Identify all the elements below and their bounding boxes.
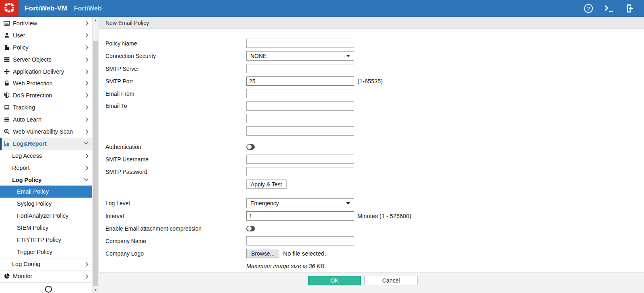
dropdown-caret-icon <box>346 202 350 204</box>
sidebar-item-label: Web Vulnerability Scan <box>13 128 73 135</box>
sidebar-item-monitor[interactable]: Monitor <box>0 270 92 282</box>
cancel-button[interactable]: Cancel <box>364 276 418 285</box>
sidebar-item-server-objects[interactable]: Server Objects <box>0 54 92 66</box>
scroll-up-arrow-icon[interactable]: ▲ <box>93 17 99 23</box>
sidebar-item-label: Auto Learn <box>13 116 41 123</box>
sidebar-item-label: Trigger Policy <box>17 249 52 255</box>
sidebar-item-tracking[interactable]: Tracking <box>0 101 92 113</box>
form-row-smtp-username: SMTP Username <box>99 155 644 164</box>
sidebar-item-label: Log Access <box>12 153 42 159</box>
header-actions: ? <box>584 4 635 13</box>
scroll-down-arrow-icon[interactable]: ▼ <box>93 287 99 293</box>
chevron-right-icon <box>85 129 89 134</box>
fortiview-icon <box>3 20 10 27</box>
smtp-password-input[interactable] <box>246 167 354 176</box>
sidebar-item-web-vulnerability-scan[interactable]: Web Vulnerability Scan <box>0 126 92 138</box>
chevron-right-icon <box>85 154 89 159</box>
sidebar-item-dos-protection[interactable]: DoS Protection <box>0 89 92 101</box>
email-to-input-1[interactable] <box>246 101 354 111</box>
sidebar-item-trigger-policy[interactable]: Trigger Policy <box>0 246 92 258</box>
form-row-connection-security: Connection Security NONE <box>99 51 644 61</box>
suite-title[interactable]: FortiWeb <box>74 5 102 12</box>
sidebar-item-report[interactable]: Report <box>0 162 92 174</box>
sidebar-item-label: SIEM Policy <box>17 225 48 231</box>
sidebar-item-ftp-tftp-policy[interactable]: FTP/TFTP Policy <box>0 234 92 246</box>
chevron-right-icon <box>85 105 89 110</box>
sidebar-item-email-policy[interactable]: Email Policy <box>0 186 92 198</box>
chevron-right-icon <box>85 69 89 74</box>
smtp-port-input[interactable] <box>246 76 354 86</box>
product-title: FortiWeb-VM <box>25 4 68 12</box>
move-arrows-icon <box>3 68 10 75</box>
form-row-logo-hint: Maximum image size is 36 KB. <box>99 261 644 270</box>
form-row-smtp-server: SMTP Server <box>99 64 644 73</box>
sidebar-item-label: Application Delivery <box>13 68 64 75</box>
chevron-right-icon <box>85 45 89 50</box>
log-level-select[interactable]: Emergency <box>246 198 354 208</box>
chevron-right-icon <box>85 33 89 38</box>
smtp-server-input[interactable] <box>246 64 354 73</box>
form-row-smtp-port: SMTP Port (1-65535) <box>99 76 644 86</box>
email-policy-form: Policy Name Connection Security NONE SMT… <box>99 29 644 272</box>
sidebar-item-label: Log&Report <box>13 140 47 147</box>
sidebar-item-log-access[interactable]: Log Access <box>0 150 92 162</box>
compression-toggle[interactable] <box>246 226 255 231</box>
policy-name-input[interactable] <box>246 39 354 48</box>
chevron-right-icon <box>85 117 89 122</box>
sidebar-item-label: FTP/TFTP Policy <box>17 237 61 243</box>
user-icon <box>3 32 10 39</box>
connection-security-select[interactable]: NONE <box>246 51 354 61</box>
sidebar-item-label: Syslog Policy <box>17 200 52 207</box>
email-from-input[interactable] <box>246 89 354 98</box>
company-name-input[interactable] <box>246 236 354 246</box>
interval-input[interactable] <box>246 211 354 221</box>
smtp-port-label: SMTP Port <box>99 78 246 85</box>
logout-icon[interactable] <box>625 4 635 13</box>
email-to-input-3[interactable] <box>246 126 354 136</box>
chevron-down-icon <box>84 178 89 181</box>
policy-document-icon <box>3 44 10 51</box>
pie-chart-icon <box>3 273 10 279</box>
apply-test-button[interactable]: Apply & Test <box>246 180 287 189</box>
chevron-right-icon <box>85 21 89 26</box>
sidebar-item-log-report[interactable]: Log&Report <box>0 138 92 150</box>
chevron-right-icon <box>85 57 89 62</box>
sidebar-item-log-policy[interactable]: Log Policy <box>0 174 92 186</box>
log-level-value: Emergency <box>250 200 279 206</box>
smtp-username-input[interactable] <box>246 155 354 164</box>
sidebar-item-label: Monitor <box>13 273 32 279</box>
chevron-right-icon <box>85 81 89 86</box>
app-window: FortiWeb-VM FortiWeb ? FortiView <box>0 0 644 293</box>
no-file-selected-text: No file selected. <box>283 250 326 257</box>
form-footer: OK Cancel <box>99 272 644 293</box>
sidebar-item-fortianalyzer-policy[interactable]: FortiAnalyzer Policy <box>0 210 92 222</box>
email-to-input-2[interactable] <box>246 114 354 123</box>
sidebar-item-application-delivery[interactable]: Application Delivery <box>0 66 92 78</box>
company-name-label: Company Name <box>99 238 246 244</box>
cli-console-icon[interactable] <box>604 5 615 12</box>
form-row-log-level: Log Level Emergency <box>99 198 644 208</box>
sidebar-item-web-protection[interactable]: Web Protection <box>0 77 92 89</box>
sidebar-item-fortiview[interactable]: FortiView <box>0 17 92 29</box>
sidebar-item-policy[interactable]: Policy <box>0 41 92 54</box>
chevron-down-icon <box>84 141 89 144</box>
sidebar: FortiView User Policy Server Objects <box>0 17 99 293</box>
sidebar-item-partial[interactable] <box>0 282 92 293</box>
sidebar-item-siem-policy[interactable]: SIEM Policy <box>0 222 92 234</box>
sidebar-item-user[interactable]: User <box>0 29 92 41</box>
sidebar-menu: FortiView User Policy Server Objects <box>0 17 92 293</box>
help-icon[interactable]: ? <box>584 4 593 13</box>
sidebar-scrollbar[interactable]: ▲ ▼ <box>92 17 99 293</box>
authentication-toggle[interactable] <box>246 144 255 150</box>
sidebar-item-syslog-policy[interactable]: Syslog Policy <box>0 198 92 210</box>
scrollbar-thumb[interactable] <box>93 41 98 286</box>
sidebar-item-log-config[interactable]: Log Config <box>0 258 92 270</box>
browse-button[interactable]: Browse... <box>246 249 279 258</box>
connection-security-label: Connection Security <box>99 53 246 59</box>
sidebar-item-label: Server Objects <box>13 56 52 63</box>
smtp-username-label: SMTP Username <box>99 156 246 163</box>
sidebar-item-label: Web Protection <box>13 80 53 87</box>
sidebar-item-label: User <box>13 32 25 39</box>
ok-button[interactable]: OK <box>308 276 361 285</box>
sidebar-item-auto-learn[interactable]: Auto Learn <box>0 113 92 126</box>
